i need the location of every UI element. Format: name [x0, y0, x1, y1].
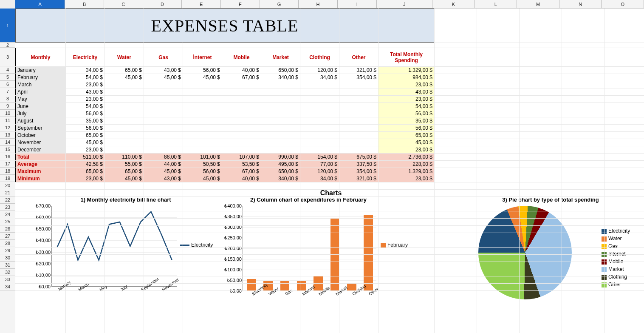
- data-cell[interactable]: [261, 96, 300, 103]
- row-header-4[interactable]: 4: [0, 66, 15, 74]
- data-cell[interactable]: [183, 139, 222, 146]
- data-cell[interactable]: 23,00 $: [66, 146, 105, 154]
- total-cell[interactable]: 45,00 $: [378, 139, 435, 146]
- col-header-C[interactable]: C: [104, 0, 143, 9]
- data-cell[interactable]: [222, 132, 261, 139]
- summary-cell[interactable]: 56,00 $: [183, 168, 222, 175]
- sheet-body[interactable]: EXPENSES TABLE MonthlyElectricityWaterGa…: [15, 9, 644, 333]
- month-cell[interactable]: October: [16, 132, 66, 139]
- row-header-10[interactable]: 10: [0, 110, 15, 117]
- data-cell[interactable]: [300, 110, 339, 117]
- chart1-line[interactable]: ₺0,00₺10,00₺20,00₺30,00₺40,00₺50,00₺60,0…: [28, 206, 177, 295]
- data-cell[interactable]: [105, 125, 144, 132]
- summary-cell[interactable]: 110,00 $: [105, 154, 144, 161]
- row-header-18[interactable]: 18: [0, 168, 15, 175]
- row-header-13[interactable]: 13: [0, 131, 15, 139]
- data-cell[interactable]: [339, 132, 378, 139]
- summary-cell[interactable]: 495,00 $: [261, 161, 300, 168]
- summary-label[interactable]: Average: [16, 161, 66, 168]
- col-header-H[interactable]: H: [299, 0, 338, 9]
- row-header-1[interactable]: 1: [0, 9, 15, 43]
- total-cell[interactable]: 43,00 $: [378, 88, 435, 96]
- month-cell[interactable]: August: [16, 117, 66, 125]
- chart2-bar[interactable]: ₺0,00₺50,00₺100,00₺150,00₺200,00₺250,00₺…: [219, 206, 376, 299]
- row-header-34[interactable]: 34: [0, 283, 15, 290]
- summary-cell[interactable]: 107,00 $: [222, 154, 261, 161]
- data-cell[interactable]: [105, 96, 144, 103]
- data-cell[interactable]: [183, 146, 222, 154]
- col-header-E[interactable]: E: [182, 0, 221, 9]
- col-header-L[interactable]: L: [475, 0, 517, 9]
- data-cell[interactable]: [300, 103, 339, 110]
- row-header-9[interactable]: 9: [0, 102, 15, 110]
- data-cell[interactable]: [339, 103, 378, 110]
- month-cell[interactable]: February: [16, 74, 66, 81]
- data-cell[interactable]: [105, 110, 144, 117]
- row-header-24[interactable]: 24: [0, 211, 15, 218]
- summary-cell[interactable]: 340,00 $: [261, 175, 300, 182]
- month-cell[interactable]: December: [16, 146, 66, 154]
- total-cell[interactable]: 65,00 $: [378, 132, 435, 139]
- data-cell[interactable]: [222, 88, 261, 96]
- col-header-I[interactable]: I: [338, 0, 377, 9]
- data-cell[interactable]: 354,00 $: [339, 74, 378, 81]
- data-cell[interactable]: 120,00 $: [300, 67, 339, 74]
- data-cell[interactable]: [105, 117, 144, 125]
- data-cell[interactable]: [144, 103, 183, 110]
- summary-cell[interactable]: 67,00 $: [222, 168, 261, 175]
- data-cell[interactable]: 43,00 $: [66, 88, 105, 96]
- row-header-23[interactable]: 23: [0, 204, 15, 211]
- summary-cell[interactable]: 43,00 $: [144, 175, 183, 182]
- summary-cell[interactable]: 354,00 $: [339, 168, 378, 175]
- data-cell[interactable]: [339, 146, 378, 154]
- data-cell[interactable]: [105, 81, 144, 88]
- summary-cell[interactable]: 675,00 $: [339, 154, 378, 161]
- data-cell[interactable]: [144, 81, 183, 88]
- data-cell[interactable]: [261, 125, 300, 132]
- expenses-table[interactable]: MonthlyElectricityWaterGasİnternetMobile…: [15, 48, 435, 182]
- data-cell[interactable]: [339, 110, 378, 117]
- summary-cell[interactable]: 34,00 $: [300, 175, 339, 182]
- row-header-20[interactable]: 20: [0, 182, 15, 189]
- row-header-2[interactable]: 2: [0, 43, 15, 48]
- data-cell[interactable]: 43,00 $: [144, 67, 183, 74]
- table-header[interactable]: Water: [105, 48, 144, 67]
- table-row[interactable]: March23,00 $23,00 $: [16, 81, 435, 88]
- data-cell[interactable]: [144, 96, 183, 103]
- data-cell[interactable]: 56,00 $: [66, 110, 105, 117]
- col-header-M[interactable]: M: [517, 0, 559, 9]
- row-header-30[interactable]: 30: [0, 254, 15, 262]
- table-header[interactable]: Market: [261, 48, 300, 67]
- summary-label[interactable]: Maximum: [16, 168, 66, 175]
- summary-cell[interactable]: 77,00 $: [300, 161, 339, 168]
- data-cell[interactable]: 65,00 $: [66, 132, 105, 139]
- table-header[interactable]: Mobile: [222, 48, 261, 67]
- summary-total[interactable]: 1.329,00 $: [378, 168, 435, 175]
- summary-cell[interactable]: 23,00 $: [66, 175, 105, 182]
- table-row[interactable]: February54,00 $45,00 $45,00 $45,00 $67,0…: [16, 74, 435, 81]
- data-cell[interactable]: 45,00 $: [144, 74, 183, 81]
- data-cell[interactable]: 40,00 $: [222, 67, 261, 74]
- summary-total[interactable]: 23,00 $: [378, 175, 435, 182]
- table-header[interactable]: Gas: [144, 48, 183, 67]
- summary-cell[interactable]: 53,50 $: [222, 161, 261, 168]
- total-cell[interactable]: 35,00 $: [378, 117, 435, 125]
- col-header-J[interactable]: J: [377, 0, 432, 9]
- table-row[interactable]: November45,00 $45,00 $: [16, 139, 435, 146]
- data-cell[interactable]: [222, 125, 261, 132]
- month-cell[interactable]: November: [16, 139, 66, 146]
- data-cell[interactable]: [222, 81, 261, 88]
- summary-row[interactable]: Minimum23,00 $45,00 $43,00 $45,00 $40,00…: [16, 175, 435, 182]
- data-cell[interactable]: [300, 139, 339, 146]
- summary-cell[interactable]: 45,00 $: [144, 168, 183, 175]
- data-cell[interactable]: [300, 81, 339, 88]
- row-header-29[interactable]: 29: [0, 247, 15, 254]
- total-cell[interactable]: 23,00 $: [378, 96, 435, 103]
- total-cell[interactable]: 1.329,00 $: [378, 67, 435, 74]
- data-cell[interactable]: 321,00 $: [339, 67, 378, 74]
- summary-cell[interactable]: 65,00 $: [66, 168, 105, 175]
- row-header-11[interactable]: 11: [0, 117, 15, 124]
- data-cell[interactable]: 34,00 $: [66, 67, 105, 74]
- col-header-D[interactable]: D: [143, 0, 182, 9]
- summary-total[interactable]: 2.736,00 $: [378, 154, 435, 161]
